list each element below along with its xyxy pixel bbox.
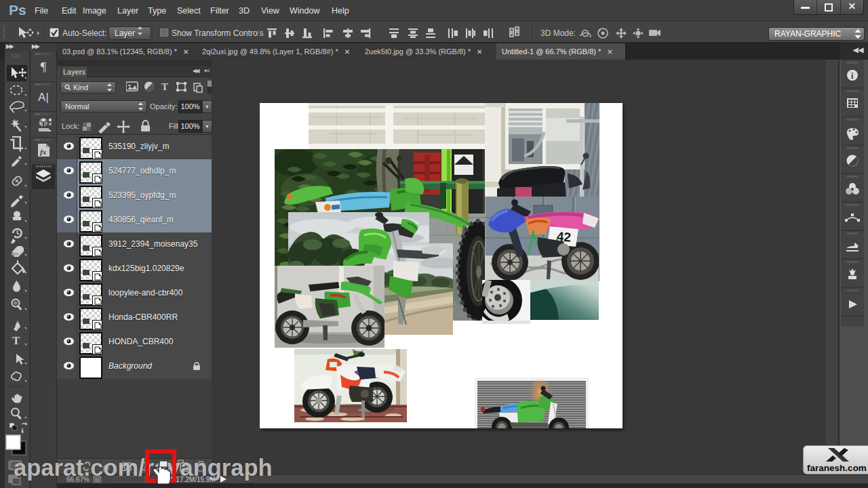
svg-text:T: T <box>161 81 168 92</box>
svg-text:T: T <box>12 334 20 347</box>
svg-text:faranesh.com: faranesh.com <box>807 463 867 473</box>
svg-text:fx: fx <box>40 148 47 156</box>
